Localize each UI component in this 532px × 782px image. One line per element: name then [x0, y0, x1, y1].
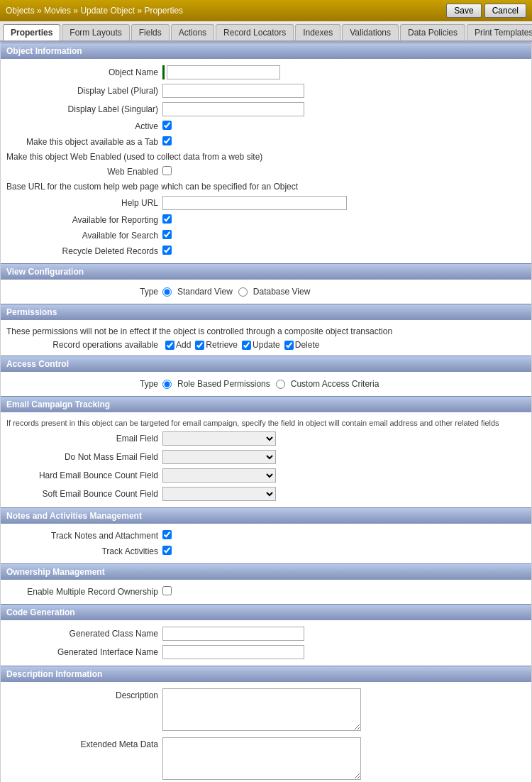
web-enabled-checkbox[interactable] — [162, 166, 172, 175]
notes-activities-header: Notes and Activities Management — [1, 507, 531, 524]
object-info-section: Object Name Movies Display Label (Plural… — [1, 59, 531, 263]
hard-bounce-select[interactable] — [162, 468, 276, 483]
description-row: Description — [1, 686, 531, 735]
tab-print-templates[interactable]: Print Templates — [467, 24, 532, 40]
permissions-header: Permissions — [1, 304, 531, 320]
available-reporting-checkbox[interactable] — [162, 214, 172, 224]
tab-properties[interactable]: Properties — [3, 24, 60, 40]
do-not-mass-label: Do Not Mass Email Field — [6, 452, 162, 462]
delete-perm: Delete — [284, 340, 320, 350]
tab-bar: Properties Form Layouts Fields Actions R… — [0, 21, 532, 42]
email-field-select[interactable] — [162, 431, 276, 446]
available-search-field — [162, 230, 526, 241]
available-search-checkbox[interactable] — [162, 230, 172, 239]
soft-bounce-label: Soft Email Bounce Count Field — [6, 489, 162, 499]
recycle-checkbox[interactable] — [162, 246, 172, 255]
interface-name-input[interactable] — [162, 645, 304, 659]
permissions-section: These permissions will not be in effect … — [1, 320, 531, 356]
help-url-label: Help URL — [6, 198, 162, 208]
recycle-row: Recycle Deleted Records — [1, 243, 531, 259]
extended-meta-textarea[interactable] — [162, 737, 361, 780]
database-view-radio[interactable] — [238, 287, 248, 297]
retrieve-checkbox[interactable] — [195, 341, 204, 350]
object-name-label: Object Name — [6, 67, 162, 77]
class-name-row: Generated Class Name — [1, 624, 531, 643]
access-type-label: Type — [6, 379, 162, 389]
tab-record-locators[interactable]: Record Locators — [216, 24, 294, 40]
ownership-section: Enable Multiple Record Ownership — [1, 580, 531, 604]
track-notes-row: Track Notes and Attachment — [1, 528, 531, 544]
display-plural-label: Display Label (Plural) — [6, 86, 162, 96]
object-info-header: Object Information — [1, 43, 531, 59]
standard-view-radio[interactable] — [162, 287, 172, 297]
access-control-section: Type Role Based Permissions Custom Acces… — [1, 372, 531, 396]
class-name-field — [162, 627, 526, 641]
active-row: Active — [1, 119, 531, 134]
display-singular-label: Display Label (Singular) — [6, 104, 162, 114]
available-reporting-field — [162, 214, 526, 226]
tab-available-label: Make this object available as a Tab — [6, 137, 162, 147]
description-label: Description — [6, 688, 162, 700]
display-singular-input[interactable]: Movie — [162, 102, 304, 116]
web-enabled-info: Make this object Web Enabled (used to co… — [1, 150, 531, 164]
tab-available-row: Make this object available as a Tab — [1, 134, 531, 150]
tab-validations[interactable]: Validations — [342, 24, 399, 40]
email-campaign-note: If records present in this object can be… — [1, 417, 531, 429]
view-config-header: View Configuration — [1, 263, 531, 280]
enable-ownership-checkbox[interactable] — [162, 586, 172, 595]
custom-access-label: Custom Access Criteria — [291, 379, 379, 389]
custom-access-radio[interactable] — [276, 380, 285, 389]
recycle-label: Recycle Deleted Records — [6, 246, 162, 256]
extended-meta-row: Extended Meta Data — [1, 735, 531, 782]
web-enabled-row: Web Enabled — [1, 164, 531, 180]
view-type-label: Type — [6, 287, 162, 297]
notes-activities-section: Track Notes and Attachment Track Activit… — [1, 524, 531, 563]
tab-actions[interactable]: Actions — [171, 24, 214, 40]
update-checkbox[interactable] — [242, 341, 251, 350]
help-url-input[interactable] — [162, 196, 347, 210]
email-field-label: Email Field — [6, 434, 162, 444]
description-textarea[interactable] — [162, 688, 361, 731]
track-activities-row: Track Activities — [1, 544, 531, 559]
display-plural-field: Movies — [162, 84, 526, 98]
tab-indexes[interactable]: Indexes — [295, 24, 340, 40]
role-based-radio[interactable] — [162, 380, 172, 389]
track-notes-checkbox[interactable] — [162, 530, 172, 539]
active-checkbox[interactable] — [162, 121, 172, 130]
display-plural-input[interactable]: Movies — [162, 84, 304, 98]
retrieve-perm: Retrieve — [195, 340, 238, 350]
class-name-input[interactable] — [162, 627, 304, 641]
description-section: Description Extended Meta Data — [1, 682, 531, 782]
interface-name-label: Generated Interface Name — [6, 647, 162, 657]
track-notes-field — [162, 530, 526, 541]
add-checkbox[interactable] — [165, 341, 174, 350]
cancel-button[interactable]: Cancel — [484, 4, 526, 18]
do-not-mass-row: Do Not Mass Email Field — [1, 448, 531, 466]
tab-available-checkbox[interactable] — [162, 136, 172, 145]
delete-checkbox[interactable] — [284, 341, 294, 350]
access-type-field: Role Based Permissions Custom Access Cri… — [162, 379, 526, 389]
do-not-mass-select[interactable] — [162, 450, 276, 464]
email-campaign-section: If records present in this object can be… — [1, 412, 531, 507]
interface-name-field — [162, 645, 526, 659]
record-ops-label: Record operations available — [6, 340, 162, 350]
tab-fields[interactable]: Fields — [131, 24, 170, 40]
perm-checks: Add Retrieve Update Delete — [165, 340, 319, 350]
available-reporting-label: Available for Reporting — [6, 215, 162, 225]
web-enabled-field — [162, 166, 526, 177]
soft-bounce-select[interactable] — [162, 487, 276, 501]
tab-data-policies[interactable]: Data Policies — [400, 24, 465, 40]
top-bar: Objects » Movies » Update Object » Prope… — [0, 0, 532, 21]
extended-meta-label: Extended Meta Data — [6, 737, 162, 749]
recycle-field — [162, 246, 526, 257]
tab-form-layouts[interactable]: Form Layouts — [62, 24, 129, 40]
standard-view-label: Standard View — [177, 287, 233, 297]
email-field-select-wrap — [162, 431, 526, 446]
description-header: Description Information — [1, 666, 531, 682]
object-name-input[interactable]: Movies — [167, 65, 280, 79]
save-button[interactable]: Save — [446, 4, 481, 18]
description-field — [162, 688, 526, 733]
track-activities-checkbox[interactable] — [162, 546, 172, 555]
object-name-row: Object Name Movies — [1, 63, 531, 82]
view-type-field: Standard View Database View — [162, 287, 526, 297]
